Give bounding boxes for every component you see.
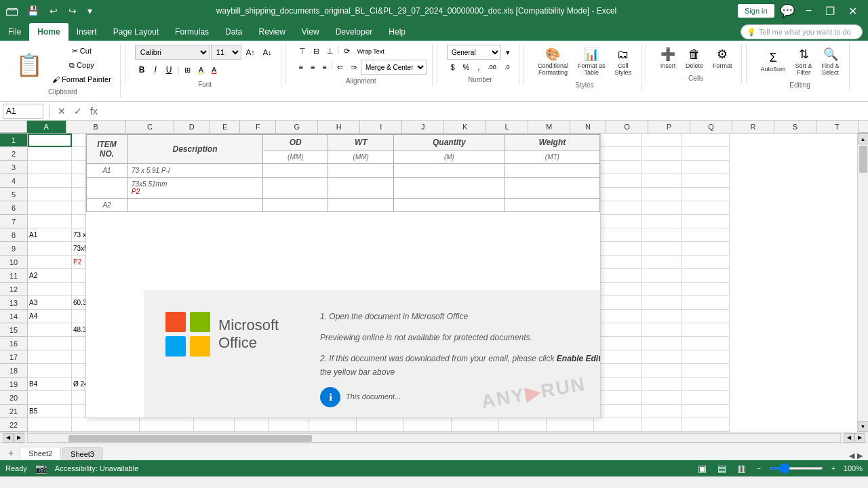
cell-N3[interactable]	[642, 161, 682, 174]
cell-M10[interactable]	[594, 256, 642, 269]
cell-N17[interactable]	[642, 350, 682, 364]
cancel-formula-btn[interactable]: ✕	[55, 106, 68, 117]
font-name-select[interactable]: Calibri	[135, 45, 210, 60]
cell-M21[interactable]	[594, 405, 642, 418]
col-header-I[interactable]: I	[360, 121, 402, 133]
conditional-formatting-btn[interactable]: 🎨 ConditionalFormatting	[534, 45, 572, 79]
cell-M5[interactable]	[594, 188, 642, 201]
align-left-button[interactable]: ≡	[296, 60, 307, 75]
notification-icon[interactable]: 💬	[777, 3, 797, 18]
scroll-thumb[interactable]	[859, 146, 867, 173]
cell-N18[interactable]	[642, 364, 682, 378]
font-size-select[interactable]: 11	[211, 45, 241, 60]
cell-M3[interactable]	[594, 161, 642, 174]
font-grow-btn[interactable]: A↑	[243, 46, 258, 58]
cell-N13[interactable]	[642, 296, 682, 310]
align-top-button[interactable]: ⊤	[296, 45, 309, 58]
page-break-view-btn[interactable]: ▥	[734, 462, 749, 475]
cell-N9[interactable]	[642, 242, 682, 256]
col-header-S[interactable]: S	[774, 121, 816, 133]
cell-A1[interactable]	[28, 134, 72, 147]
col-header-Q[interactable]: Q	[690, 121, 732, 133]
cell-A4[interactable]	[28, 174, 72, 188]
scroll-down-btn[interactable]: ▼	[858, 421, 869, 432]
inc-decimal-btn[interactable]: .00	[484, 62, 500, 73]
col-header-G[interactable]: G	[276, 121, 318, 133]
cell-A9[interactable]	[28, 242, 72, 256]
col-header-C[interactable]: C	[126, 121, 174, 133]
cell-M4[interactable]	[594, 174, 642, 188]
sort-filter-btn[interactable]: ⇅ Sort &Filter	[791, 45, 816, 79]
underline-button[interactable]: U	[162, 63, 176, 77]
row-header-1[interactable]: 1	[0, 134, 27, 147]
cell-A2[interactable]	[28, 147, 72, 161]
cell-N20[interactable]	[642, 391, 682, 405]
cell-N7[interactable]	[642, 215, 682, 228]
align-right-button[interactable]: ≡	[319, 60, 330, 75]
tab-insert[interactable]: Insert	[68, 23, 105, 41]
h-scroll-track[interactable]	[27, 433, 841, 443]
cell-A22[interactable]	[28, 418, 72, 432]
cell-O5[interactable]	[682, 188, 730, 201]
qat-dropdown-btn[interactable]: ▾	[85, 4, 95, 18]
col-header-N[interactable]: N	[570, 121, 606, 133]
col-header-M[interactable]: M	[528, 121, 570, 133]
col-header-D[interactable]: D	[174, 121, 210, 133]
row-header-8[interactable]: 8	[0, 228, 27, 242]
h-prev-page-btn[interactable]: ◀	[844, 433, 854, 443]
col-header-R[interactable]: R	[732, 121, 774, 133]
row-header-19[interactable]: 19	[0, 378, 27, 391]
row-header-15[interactable]: 15	[0, 323, 27, 337]
cell-M13[interactable]	[594, 296, 642, 310]
tab-data[interactable]: Data	[217, 23, 250, 41]
cell-N16[interactable]	[642, 337, 682, 350]
cell-N19[interactable]	[642, 378, 682, 391]
cell-N1[interactable]	[642, 134, 682, 147]
add-sheet-button[interactable]: +	[3, 445, 19, 460]
cell-M1[interactable]	[594, 134, 642, 147]
cell-G22[interactable]	[309, 418, 357, 432]
cell-M20[interactable]	[594, 391, 642, 405]
cell-O12[interactable]	[682, 283, 730, 296]
cell-O18[interactable]	[682, 364, 730, 378]
tab-home[interactable]: Home	[29, 23, 68, 41]
row-header-16[interactable]: 16	[0, 337, 27, 350]
col-header-J[interactable]: J	[402, 121, 444, 133]
spreadsheet-grid[interactable]: A1 73 x 5.91 P-l	[28, 134, 857, 432]
col-header-T[interactable]: T	[816, 121, 859, 133]
cell-M6[interactable]	[594, 201, 642, 215]
cell-M17[interactable]	[594, 350, 642, 364]
align-bottom-button[interactable]: ⊥	[323, 45, 337, 58]
indent-increase-btn[interactable]: ⇒	[347, 60, 360, 75]
scroll-status-left[interactable]: ◀	[849, 451, 854, 460]
cell-C22[interactable]	[140, 418, 194, 432]
restore-button[interactable]: ❐	[820, 3, 840, 19]
cell-M2[interactable]	[594, 147, 642, 161]
row-header-9[interactable]: 9	[0, 242, 27, 256]
cell-A8[interactable]: A1	[28, 228, 72, 242]
cell-M18[interactable]	[594, 364, 642, 378]
cell-M11[interactable]	[594, 269, 642, 283]
cell-A5[interactable]	[28, 188, 72, 201]
italic-button[interactable]: I	[150, 63, 160, 77]
row-header-14[interactable]: 14	[0, 310, 27, 323]
cell-M7[interactable]	[594, 215, 642, 228]
tab-file[interactable]: File	[0, 23, 29, 41]
format-painter-button[interactable]: 🖌 Format Painter	[49, 73, 115, 85]
cell-A18[interactable]	[28, 364, 72, 378]
tab-view[interactable]: View	[294, 23, 328, 41]
cell-O19[interactable]	[682, 378, 730, 391]
cell-O15[interactable]	[682, 323, 730, 337]
format-table-btn[interactable]: 📊 Format asTable	[574, 45, 610, 79]
cut-button[interactable]: ✂ Cut	[49, 45, 115, 58]
comma-button[interactable]: ,	[474, 61, 483, 73]
row-header-13[interactable]: 13	[0, 296, 27, 310]
sum-btn[interactable]: Σ AutoSum	[756, 48, 789, 75]
row-header-4[interactable]: 4	[0, 174, 27, 188]
cell-E22[interactable]	[235, 418, 269, 432]
cell-O4[interactable]	[682, 174, 730, 188]
tab-developer[interactable]: Developer	[328, 23, 381, 41]
row-header-10[interactable]: 10	[0, 256, 27, 269]
horizontal-scrollbar[interactable]: ◀ ▶ ◀ ▶	[0, 432, 868, 443]
close-button[interactable]: ✕	[843, 3, 863, 19]
